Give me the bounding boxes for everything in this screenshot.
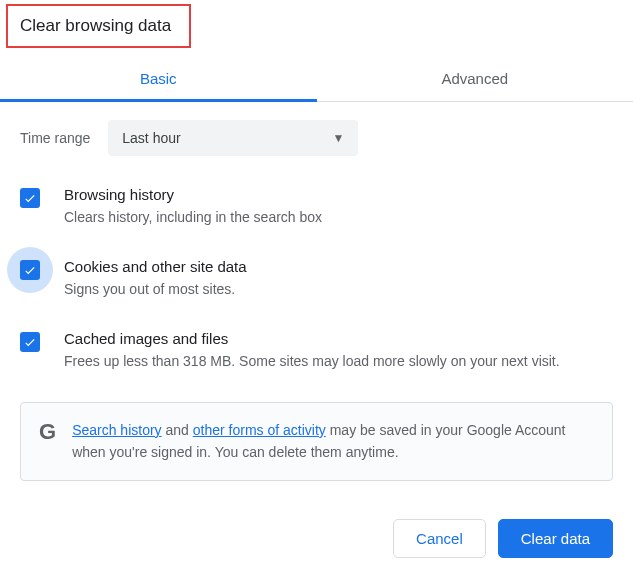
check-icon (23, 191, 37, 205)
google-icon: G (39, 421, 56, 443)
option-desc: Frees up less than 318 MB. Some sites ma… (64, 351, 560, 372)
option-heading: Browsing history (64, 186, 322, 203)
cancel-button[interactable]: Cancel (393, 519, 486, 558)
clear-data-button-label: Clear data (521, 530, 590, 547)
time-range-value: Last hour (122, 130, 180, 146)
option-heading: Cached images and files (64, 330, 560, 347)
time-range-row: Time range Last hour ▼ (20, 120, 613, 156)
dialog-content: Time range Last hour ▼ Browsing history … (0, 102, 633, 491)
tab-advanced[interactable]: Advanced (317, 58, 634, 101)
clear-data-button[interactable]: Clear data (498, 519, 613, 558)
option-heading: Cookies and other site data (64, 258, 247, 275)
tab-basic[interactable]: Basic (0, 58, 317, 101)
search-history-link[interactable]: Search history (72, 422, 161, 438)
tab-basic-label: Basic (140, 70, 177, 87)
notice-text: Search history and other forms of activi… (72, 419, 594, 464)
notice-mid1: and (162, 422, 193, 438)
clear-browsing-data-dialog: Clear browsing data Basic Advanced Time … (0, 0, 633, 574)
browsing-history-checkbox[interactable] (20, 188, 40, 208)
check-icon (23, 335, 37, 349)
cancel-button-label: Cancel (416, 530, 463, 547)
checkbox-wrap (20, 332, 40, 352)
option-cookies: Cookies and other site data Signs you ou… (20, 258, 613, 300)
checkbox-wrap (20, 188, 40, 208)
time-range-select[interactable]: Last hour ▼ (108, 120, 358, 156)
option-text: Cookies and other site data Signs you ou… (64, 258, 247, 300)
option-text: Cached images and files Frees up less th… (64, 330, 560, 372)
option-cached: Cached images and files Frees up less th… (20, 330, 613, 372)
check-icon (23, 263, 37, 277)
cached-checkbox[interactable] (20, 332, 40, 352)
tabs: Basic Advanced (0, 58, 633, 102)
tab-advanced-label: Advanced (441, 70, 508, 87)
chevron-down-icon: ▼ (332, 131, 344, 145)
option-desc: Clears history, including in the search … (64, 207, 322, 228)
dialog-title: Clear browsing data (20, 16, 171, 36)
option-browsing-history: Browsing history Clears history, includi… (20, 186, 613, 228)
cookies-checkbox[interactable] (20, 260, 40, 280)
option-text: Browsing history Clears history, includi… (64, 186, 322, 228)
title-highlight-box: Clear browsing data (6, 4, 191, 48)
google-account-notice: G Search history and other forms of acti… (20, 402, 613, 481)
time-range-label: Time range (20, 130, 90, 146)
other-activity-link[interactable]: other forms of activity (193, 422, 326, 438)
option-desc: Signs you out of most sites. (64, 279, 247, 300)
checkbox-wrap (20, 260, 40, 280)
dialog-actions: Cancel Clear data (0, 491, 633, 574)
